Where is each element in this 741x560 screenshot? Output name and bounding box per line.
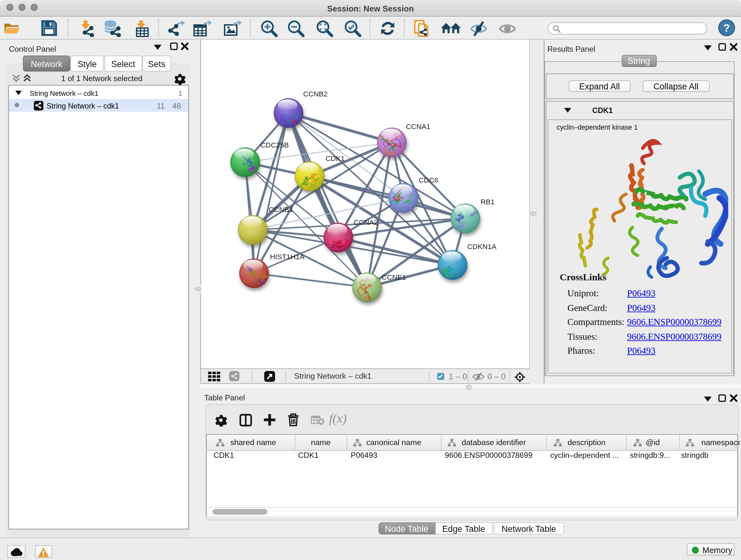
- svg-text:CCNE1: CCNE1: [382, 273, 406, 281]
- svg-text:RB1: RB1: [481, 198, 495, 206]
- svg-text:CDC25B: CDC25B: [260, 141, 289, 149]
- svg-text:CDC6: CDC6: [419, 176, 439, 184]
- svg-text:CCNB2: CCNB2: [303, 90, 328, 98]
- svg-text:CCNB1: CCNB1: [269, 206, 293, 213]
- svg-text:?: ?: [724, 22, 730, 34]
- svg-text:CDK1: CDK1: [326, 154, 345, 163]
- svg-text:CCNA1: CCNA1: [406, 123, 430, 131]
- svg-text:CCNA2: CCNA2: [354, 219, 378, 226]
- svg-text:CDKN1A: CDKN1A: [467, 243, 497, 251]
- svg-text:HIST1H1A: HIST1H1A: [270, 253, 305, 261]
